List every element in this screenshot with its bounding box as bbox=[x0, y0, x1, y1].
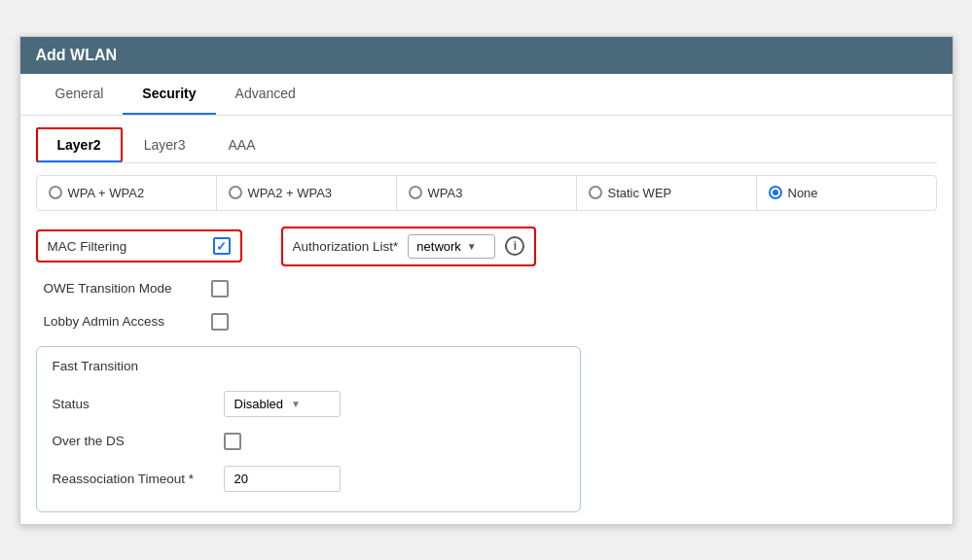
ft-status-row: Status Disabled ▼ bbox=[53, 383, 564, 425]
owe-transition-row: OWE Transition Mode bbox=[36, 272, 937, 305]
tab-general[interactable]: General bbox=[36, 74, 124, 115]
mac-filtering-group: MAC Filtering bbox=[36, 229, 242, 262]
radio-wpa2-wpa3 bbox=[229, 186, 242, 199]
ft-status-value: Disabled bbox=[234, 397, 284, 411]
fast-transition-group: Fast Transition Status Disabled ▼ Over t… bbox=[36, 346, 581, 512]
main-tabs: General Security Advanced bbox=[20, 74, 953, 116]
content-area: Layer2 Layer3 AAA WPA + WPA2 WPA2 + WPA3… bbox=[20, 116, 953, 524]
lobby-label: Lobby Admin Access bbox=[44, 314, 199, 329]
option-wpa-wpa2[interactable]: WPA + WPA2 bbox=[37, 176, 217, 210]
window-title: Add WLAN bbox=[36, 47, 118, 63]
radio-static-wep bbox=[589, 186, 602, 199]
tab-security[interactable]: Security bbox=[123, 74, 215, 115]
owe-label: OWE Transition Mode bbox=[44, 281, 199, 296]
option-none[interactable]: None bbox=[757, 176, 936, 210]
ft-over-ds-row: Over the DS bbox=[53, 425, 564, 458]
caret-icon: ▼ bbox=[467, 241, 477, 252]
lobby-admin-checkbox[interactable] bbox=[211, 313, 229, 331]
mac-filtering-label: MAC Filtering bbox=[48, 239, 203, 254]
mac-filtering-checkbox[interactable] bbox=[213, 237, 231, 255]
sub-tab-aaa[interactable]: AAA bbox=[206, 127, 276, 162]
option-wpa3[interactable]: WPA3 bbox=[397, 176, 577, 210]
radio-wpa-wpa2 bbox=[49, 186, 62, 199]
ft-reassociation-input[interactable] bbox=[224, 466, 341, 492]
authorization-label: Authorization List* bbox=[293, 239, 399, 254]
ft-over-ds-label: Over the DS bbox=[53, 434, 208, 448]
authorization-value: network bbox=[416, 239, 461, 254]
ft-reassociation-row: Reassociation Timeout * bbox=[53, 458, 564, 500]
add-wlan-window: Add WLAN General Security Advanced Layer… bbox=[19, 36, 954, 525]
owe-transition-checkbox[interactable] bbox=[211, 280, 229, 298]
authorization-select[interactable]: network ▼ bbox=[408, 234, 495, 259]
fast-transition-title: Fast Transition bbox=[53, 359, 564, 373]
radio-wpa3 bbox=[409, 186, 422, 199]
ft-status-label: Status bbox=[53, 397, 208, 411]
security-options-bar: WPA + WPA2 WPA2 + WPA3 WPA3 Static WEP N… bbox=[36, 175, 937, 211]
sub-tabs: Layer2 Layer3 AAA bbox=[36, 127, 937, 163]
ft-over-ds-checkbox[interactable] bbox=[224, 433, 241, 450]
radio-none bbox=[769, 186, 782, 199]
authorization-group: Authorization List* network ▼ i bbox=[281, 227, 537, 266]
ft-reassociation-label: Reassociation Timeout * bbox=[53, 472, 208, 486]
title-bar: Add WLAN bbox=[20, 37, 953, 74]
sub-tab-layer3[interactable]: Layer3 bbox=[123, 127, 207, 162]
ft-caret-icon: ▼ bbox=[291, 399, 301, 409]
option-static-wep[interactable]: Static WEP bbox=[577, 176, 757, 210]
option-wpa2-wpa3[interactable]: WPA2 + WPA3 bbox=[217, 176, 397, 210]
lobby-admin-row: Lobby Admin Access bbox=[36, 305, 937, 338]
sub-tab-layer2[interactable]: Layer2 bbox=[36, 127, 123, 162]
info-icon[interactable]: i bbox=[505, 236, 524, 256]
ft-status-select[interactable]: Disabled ▼ bbox=[224, 391, 341, 417]
tab-advanced[interactable]: Advanced bbox=[216, 74, 315, 115]
